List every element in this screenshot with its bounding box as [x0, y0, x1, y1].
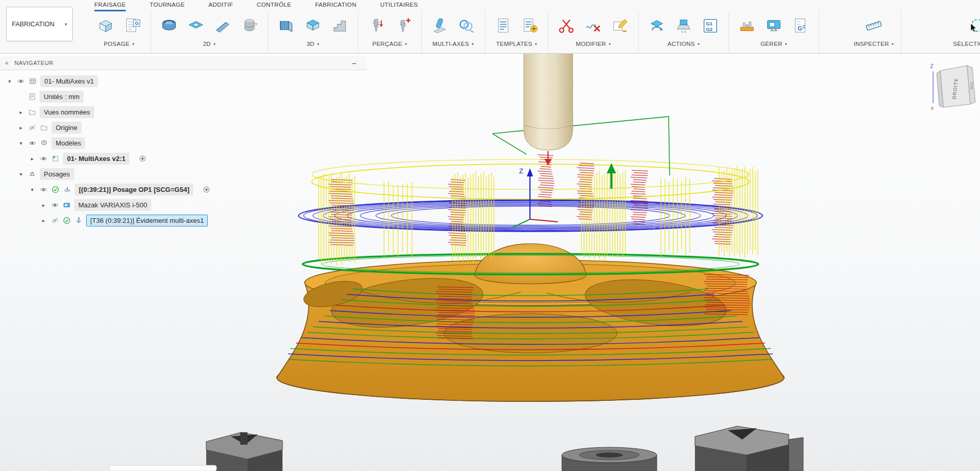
eye-icon[interactable]	[38, 185, 48, 193]
tab-utilitaires[interactable]: UTILITAIRES	[380, 0, 418, 11]
check-circle-icon	[61, 216, 72, 224]
minimize-panel-icon[interactable]: −	[350, 59, 359, 68]
tab-tournage[interactable]: TOURNAGE	[150, 0, 185, 11]
eye-icon[interactable]	[27, 139, 37, 147]
template-new-icon	[520, 16, 540, 36]
post-process-button[interactable]: G1G2	[699, 13, 722, 38]
navigator-title: NAVIGATEUR	[14, 60, 54, 66]
chevron-right-icon[interactable]: ▸	[39, 202, 48, 208]
swarf-button[interactable]	[428, 13, 451, 38]
template-doc-icon	[493, 16, 513, 36]
chevron-right-icon[interactable]: ▸	[28, 156, 37, 161]
group-dropdown-selectionner[interactable]: SÉLECTIONNER▾	[953, 41, 980, 47]
delete-toolpath-icon	[584, 16, 603, 36]
radio-button-icon[interactable]	[201, 185, 211, 193]
adaptive-2d-button[interactable]	[185, 13, 207, 38]
generate-toolpath-button[interactable]	[645, 13, 668, 38]
multiaxis-spiral-button[interactable]	[455, 13, 478, 38]
fixture-clamp-left[interactable]	[206, 432, 283, 471]
eye-off-icon[interactable]	[49, 216, 60, 224]
trim-scissors-button[interactable]	[555, 13, 578, 38]
group-dropdown-posage[interactable]: POSAGE▾	[104, 41, 135, 47]
fixture-clamp-right[interactable]	[695, 426, 803, 471]
fixture-sheet[interactable]	[109, 465, 217, 471]
tree-item-posages[interactable]: ▾Posages	[0, 166, 367, 182]
toolbar-group-actions: G1G2ACTIONS▾	[639, 11, 729, 53]
ramp-2d-button[interactable]	[211, 13, 234, 38]
tree-item-0-39-21-posage-op1-scg-g54[interactable]: ▾[(0:39:21)] Posage OP1 [SCG=G54]	[0, 182, 367, 197]
tree-item-label: Unités : mm	[40, 91, 84, 103]
steps-3d-button[interactable]	[328, 13, 351, 38]
chevron-down-icon: ▾	[697, 42, 700, 46]
tree-item-vues-nommees[interactable]: ▸Vues nommées	[0, 104, 367, 120]
tree-item-unites-mm[interactable]: Unités : mm	[0, 89, 367, 104]
new-setup-button[interactable]	[94, 13, 117, 38]
delete-toolpath-button[interactable]	[582, 13, 605, 38]
radio-button-icon[interactable]	[137, 154, 147, 163]
face-milling-button[interactable]	[158, 13, 180, 38]
tree-item-label: Origine	[52, 122, 81, 134]
simulate-machine-button[interactable]	[672, 13, 695, 38]
chevron-right-icon[interactable]: ▸	[16, 109, 25, 115]
tree-item-t36-0-39-21-evidement-multi-axes1[interactable]: ▸[T36 (0:39:21)] Évidement multi-axes1	[0, 213, 367, 228]
drill-button[interactable]	[365, 13, 388, 38]
chevron-right-icon[interactable]: ▸	[16, 125, 25, 131]
chevron-right-icon[interactable]: ▸	[39, 218, 48, 223]
viewcube[interactable]: Z DROITE BAS x	[928, 62, 979, 113]
tab-fabrication[interactable]: FABRICATION	[315, 0, 356, 11]
ribbon-tabs: FRAISAGETOURNAGEADDITIFCONTRÔLEFABRICATI…	[94, 0, 418, 11]
group-dropdown-percage[interactable]: PERÇAGE▾	[372, 41, 407, 47]
tree-item-mazak-variaxis-i-500[interactable]: ▸Mazak VARIAXIS i-500	[0, 197, 367, 213]
group-dropdown-inspecter[interactable]: INSPECTER▾	[854, 41, 894, 47]
chevron-down-icon[interactable]: ▾	[5, 78, 14, 84]
adaptive-2d-icon	[186, 16, 206, 36]
group-dropdown-actions[interactable]: ACTIONS▾	[668, 41, 700, 47]
chevron-down-icon[interactable]: ▾	[28, 187, 37, 192]
tree-item-01-multiaxes-v2-1[interactable]: ▸01- MultiAxes v2:1	[0, 151, 367, 166]
fixture-clamp-center[interactable]	[562, 447, 657, 471]
measure-button[interactable]	[862, 13, 885, 38]
tab-additif[interactable]: ADDITIF	[209, 0, 234, 11]
tab-controle[interactable]: CONTRÔLE	[257, 0, 291, 11]
eye-icon[interactable]	[49, 201, 60, 209]
group-dropdown-2d[interactable]: 2D▾	[203, 41, 216, 47]
toolbar-group-inspecter: INSPECTER▾	[847, 11, 901, 53]
viewcube-bottom-face-label[interactable]: BAS	[969, 82, 973, 89]
workspace-selector[interactable]: FABRICATION ▾	[6, 7, 73, 41]
component-icon	[50, 154, 60, 163]
tab-fraisage[interactable]: FRAISAGE	[94, 0, 126, 11]
template-doc-button[interactable]	[492, 13, 514, 38]
pocket-3d-button[interactable]	[302, 13, 324, 38]
chevron-down-icon[interactable]: ▾	[16, 171, 25, 177]
chevron-down-icon: ▾	[405, 42, 407, 46]
eye-off-icon[interactable]	[27, 123, 37, 132]
group-dropdown-3d[interactable]: 3D▾	[307, 41, 320, 47]
tree-item-origine[interactable]: ▸Origine	[0, 120, 367, 135]
tree-item-modeles[interactable]: ▾Modèles	[0, 135, 367, 151]
viewcube-z-label: Z	[930, 63, 934, 69]
collapse-panel-icon[interactable]: «	[0, 59, 13, 67]
tool-library-button[interactable]	[736, 13, 758, 38]
edit-box-button[interactable]	[609, 13, 632, 38]
workspace-label: FABRICATION	[12, 21, 54, 28]
eye-icon[interactable]	[15, 77, 26, 85]
setup-gcode-button[interactable]: G	[121, 13, 144, 38]
group-dropdown-multi-axes[interactable]: MULTI-AXES▾	[433, 41, 474, 47]
contour-2d-button[interactable]	[238, 13, 261, 38]
tree-item-label: 01- MultiAxes v2:1	[63, 153, 129, 165]
steps-3d-icon	[330, 16, 350, 36]
group-dropdown-modifier[interactable]: MODIFIER▾	[576, 41, 611, 47]
machine-library-button[interactable]	[762, 13, 785, 38]
group-dropdown-gerer[interactable]: GÉRER▾	[760, 41, 787, 47]
template-new-button[interactable]	[519, 13, 541, 38]
cutting-tool[interactable]	[524, 52, 573, 150]
nc-program-button[interactable]: G	[789, 13, 812, 38]
chevron-down-icon[interactable]: ▾	[16, 140, 25, 146]
adaptive-3d-button[interactable]	[275, 13, 297, 38]
group-dropdown-templates[interactable]: TEMPLATES▾	[496, 41, 537, 47]
swarf-icon	[430, 16, 450, 36]
tree-item-01-multiaxes-v1[interactable]: ▾01- MultiAxes v1	[0, 73, 367, 89]
drill-add-button[interactable]	[392, 13, 414, 38]
eye-icon[interactable]	[38, 154, 48, 163]
ramp-2d-icon	[213, 16, 232, 36]
